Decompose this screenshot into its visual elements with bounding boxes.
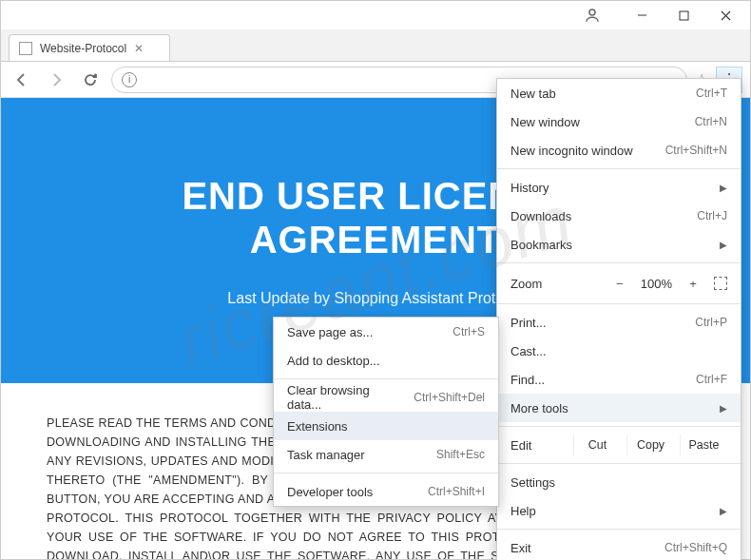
submenu-extensions[interactable]: Extensions <box>274 412 498 440</box>
menu-downloads[interactable]: DownloadsCtrl+J <box>497 202 741 230</box>
browser-tab[interactable]: Website-Protocol ✕ <box>9 34 170 61</box>
zoom-value: 100% <box>641 277 672 291</box>
back-button[interactable] <box>9 67 35 93</box>
menu-history[interactable]: History▶ <box>497 173 741 202</box>
submenu-clear-data[interactable]: Clear browsing data...Ctrl+Shift+Del <box>274 383 498 412</box>
menu-new-window[interactable]: New windowCtrl+N <box>497 107 741 136</box>
svg-rect-2 <box>680 11 688 20</box>
tab-strip: Website-Protocol ✕ <box>1 29 750 62</box>
close-window-button[interactable] <box>704 2 746 29</box>
hero-subtitle: Last Update by Shopping Assistant Protoc… <box>227 290 523 307</box>
menu-new-tab[interactable]: New tabCtrl+T <box>497 79 741 107</box>
svg-point-0 <box>589 10 595 15</box>
page-icon <box>19 42 32 55</box>
tab-title: Website-Protocol <box>40 42 126 55</box>
main-menu: New tabCtrl+T New windowCtrl+N New incog… <box>496 78 741 560</box>
menu-zoom: Zoom − 100% + <box>497 267 741 299</box>
zoom-out-button[interactable]: − <box>610 277 629 291</box>
submenu-add-desktop[interactable]: Add to desktop... <box>274 346 498 375</box>
menu-more-tools[interactable]: More tools▶ <box>497 394 741 422</box>
minimize-button[interactable] <box>621 2 663 29</box>
zoom-in-button[interactable]: + <box>684 277 703 291</box>
menu-print[interactable]: Print...Ctrl+P <box>497 308 741 337</box>
menu-copy[interactable]: Copy <box>626 434 674 455</box>
menu-settings[interactable]: Settings <box>497 468 741 496</box>
fullscreen-icon[interactable] <box>714 277 727 290</box>
reload-button[interactable] <box>77 67 104 93</box>
menu-help[interactable]: Help▶ <box>497 496 741 525</box>
window-titlebar <box>1 1 750 29</box>
menu-new-incognito[interactable]: New incognito windowCtrl+Shift+N <box>497 136 741 164</box>
forward-button[interactable] <box>43 67 69 93</box>
maximize-button[interactable] <box>663 2 704 29</box>
menu-find[interactable]: Find...Ctrl+F <box>497 365 741 394</box>
submenu-dev-tools[interactable]: Developer toolsCtrl+Shift+I <box>274 477 498 506</box>
menu-exit[interactable]: ExitCtrl+Shift+Q <box>497 533 741 560</box>
menu-edit-row: Edit Cut Copy Paste <box>497 431 741 459</box>
more-tools-submenu: Save page as...Ctrl+S Add to desktop... … <box>273 317 499 507</box>
user-account-icon[interactable] <box>571 2 613 29</box>
tab-close-icon[interactable]: ✕ <box>134 42 144 55</box>
submenu-save-page[interactable]: Save page as...Ctrl+S <box>274 318 498 346</box>
menu-bookmarks[interactable]: Bookmarks▶ <box>497 230 741 259</box>
site-info-icon[interactable]: i <box>122 72 137 87</box>
menu-cut[interactable]: Cut <box>573 434 621 455</box>
submenu-task-manager[interactable]: Task managerShift+Esc <box>274 440 498 469</box>
new-tab-button[interactable] <box>176 40 197 61</box>
menu-paste[interactable]: Paste <box>680 434 727 455</box>
menu-cast[interactable]: Cast... <box>497 337 741 365</box>
